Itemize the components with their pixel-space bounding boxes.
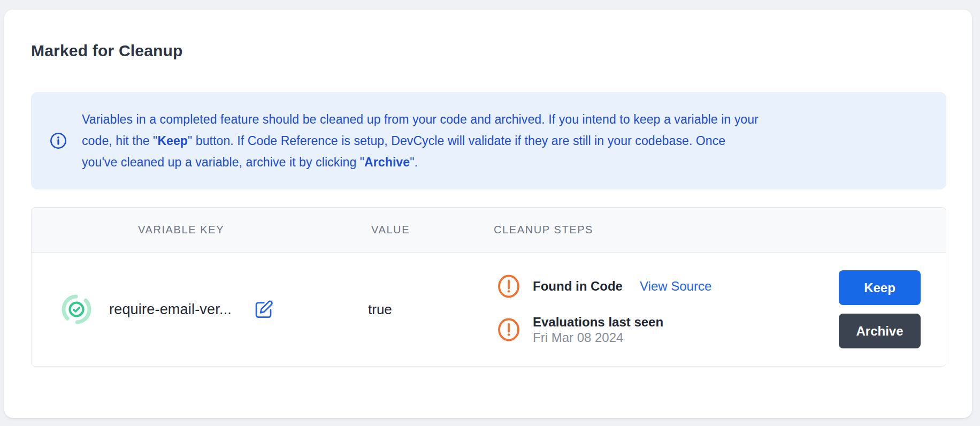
cleanup-table: VARIABLE KEY VALUE CLEANUP STEPS require… bbox=[31, 207, 946, 367]
step-text: Evaluations last seen Fri Mar 08 2024 bbox=[533, 315, 663, 345]
banner-text: Variables in a completed feature should … bbox=[82, 109, 759, 173]
info-icon bbox=[49, 132, 67, 150]
marked-for-cleanup-card: Marked for Cleanup Variables in a comple… bbox=[4, 10, 972, 418]
cleanup-step-found-in-code: Found in Code View Source bbox=[496, 274, 839, 299]
keep-button[interactable]: Keep bbox=[839, 270, 921, 305]
variable-status-check-icon bbox=[62, 294, 91, 324]
view-source-link[interactable]: View Source bbox=[640, 279, 711, 294]
step-label: Evaluations last seen bbox=[533, 315, 663, 330]
alert-circle-icon bbox=[496, 274, 521, 299]
variable-key-cell: require-email-ver... bbox=[109, 299, 344, 320]
variable-key: require-email-ver... bbox=[109, 301, 232, 318]
table-header: VARIABLE KEY VALUE CLEANUP STEPS bbox=[32, 208, 946, 253]
cleanup-step-evaluations: Evaluations last seen Fri Mar 08 2024 bbox=[496, 315, 839, 345]
edit-icon[interactable] bbox=[253, 299, 274, 320]
actions-cell: Keep Archive bbox=[839, 270, 946, 348]
variable-value: true bbox=[344, 301, 425, 318]
page-title: Marked for Cleanup bbox=[31, 40, 946, 62]
step-label: Found in Code bbox=[533, 279, 623, 294]
table-row: require-email-ver... true Found bbox=[32, 253, 946, 366]
archive-button[interactable]: Archive bbox=[839, 314, 921, 348]
info-banner: Variables in a completed feature should … bbox=[31, 92, 946, 189]
column-header-cleanup-steps: CLEANUP STEPS bbox=[425, 224, 839, 236]
status-cell bbox=[32, 294, 109, 324]
column-header-value: VALUE bbox=[344, 224, 425, 236]
evaluations-date: Fri Mar 08 2024 bbox=[533, 330, 663, 345]
cleanup-steps-cell: Found in Code View Source Evaluations la… bbox=[425, 274, 839, 345]
alert-circle-icon bbox=[496, 317, 521, 342]
column-header-variable-key: VARIABLE KEY bbox=[109, 224, 344, 236]
